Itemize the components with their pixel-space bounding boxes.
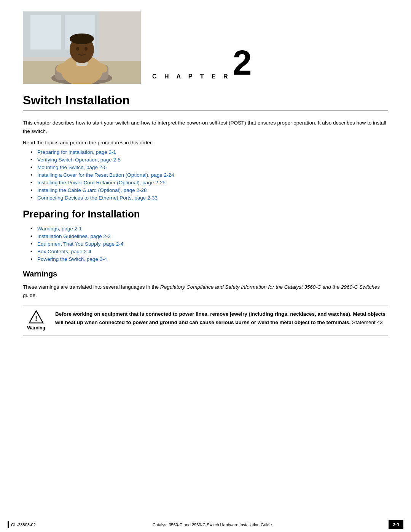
svg-point-11 <box>70 34 94 44</box>
warning-text-body: Before working on equipment that is conn… <box>55 310 388 326</box>
toc-link-7[interactable]: Connecting Devices to the Ethernet Ports… <box>37 195 158 201</box>
footer-bar-icon <box>8 521 9 528</box>
toc-link-4[interactable]: Installing a Cover for the Reset Button … <box>37 172 174 178</box>
warning-triangle-icon: ! <box>29 310 44 324</box>
footer-page-number: 2-1 <box>389 520 403 529</box>
preparing-item-2[interactable]: Installation Guidelines, page 2-3 <box>30 233 388 239</box>
chapter-header: C H A P T E R 2 <box>0 0 411 84</box>
toc-link-5[interactable]: Installing the Power Cord Retainer (Opti… <box>37 180 166 185</box>
page-container: C H A P T E R 2 Switch Installation This… <box>0 0 411 532</box>
read-topics-label: Read the topics and perform the procedur… <box>23 140 388 145</box>
preparing-link-4[interactable]: Box Contents, page 2-4 <box>37 249 91 254</box>
svg-point-12 <box>76 47 79 51</box>
preparing-item-3[interactable]: Equipment That You Supply, page 2-4 <box>30 241 388 247</box>
toc-item-4[interactable]: Installing a Cover for the Reset Button … <box>30 172 388 178</box>
toc-item-1[interactable]: Preparing for Installation, page 2-1 <box>30 149 388 155</box>
chapter-label-area: C H A P T E R 2 <box>152 46 252 84</box>
preparing-list: Warnings, page 2-1 Installation Guidelin… <box>23 226 388 262</box>
warning-bold-text: Before working on equipment that is conn… <box>55 311 386 325</box>
intro-paragraph-1: This chapter describes how to start your… <box>23 119 388 135</box>
preparing-link-1[interactable]: Warnings, page 2-1 <box>37 226 82 232</box>
preparing-section-heading: Preparing for Installation <box>23 208 388 220</box>
warning-section: These warnings are translated into sever… <box>23 283 388 335</box>
toc-item-6[interactable]: Installing the Cable Guard (Optional), p… <box>30 187 388 193</box>
toc-item-2[interactable]: Verifying Switch Operation, page 2-5 <box>30 157 388 163</box>
toc-item-3[interactable]: Mounting the Switch, page 2-5 <box>30 165 388 170</box>
warning-icon-area: ! Warning <box>23 310 49 331</box>
preparing-link-2[interactable]: Installation Guidelines, page 2-3 <box>37 233 111 239</box>
chapter-number: 2 <box>233 46 252 80</box>
title-divider <box>23 110 388 111</box>
warnings-heading: Warnings <box>23 270 388 278</box>
toc-item-7[interactable]: Connecting Devices to the Ethernet Ports… <box>30 195 388 201</box>
preparing-link-3[interactable]: Equipment That You Supply, page 2-4 <box>37 241 123 247</box>
preparing-link-5[interactable]: Powering the Switch, page 2-4 <box>37 256 107 262</box>
svg-rect-2 <box>30 15 61 50</box>
content-area: This chapter describes how to start your… <box>0 119 411 335</box>
preparing-item-4[interactable]: Box Contents, page 2-4 <box>30 249 388 254</box>
toc-link-3[interactable]: Mounting the Switch, page 2-5 <box>37 165 107 170</box>
toc-item-5[interactable]: Installing the Power Cord Retainer (Opti… <box>30 180 388 185</box>
page-title-section: Switch Installation <box>0 88 411 111</box>
warning-label: Warning <box>27 325 45 331</box>
preparing-item-5[interactable]: Powering the Switch, page 2-4 <box>30 256 388 262</box>
footer-title: Catalyst 3560-C and 2960-C Switch Hardwa… <box>153 522 272 527</box>
chapter-image <box>23 11 141 84</box>
svg-point-13 <box>84 47 88 51</box>
footer-doc-number: OL-23803-02 <box>11 522 36 527</box>
warning-intro-text: These warnings are translated into sever… <box>23 283 388 299</box>
svg-text:!: ! <box>35 314 38 323</box>
page-footer: OL-23803-02 Catalyst 3560-C and 2960-C S… <box>0 517 411 532</box>
toc-link-2[interactable]: Verifying Switch Operation, page 2-5 <box>37 157 121 163</box>
footer-left: OL-23803-02 <box>8 521 36 528</box>
toc-link-6[interactable]: Installing the Cable Guard (Optional), p… <box>37 187 147 193</box>
toc-list: Preparing for Installation, page 2-1 Ver… <box>23 149 388 201</box>
preparing-item-1[interactable]: Warnings, page 2-1 <box>30 226 388 232</box>
warning-box: ! Warning Before working on equipment th… <box>23 305 388 335</box>
toc-link-1[interactable]: Preparing for Installation, page 2-1 <box>37 149 116 155</box>
page-title: Switch Installation <box>23 93 388 107</box>
warning-statement: Statement 43 <box>352 320 382 325</box>
chapter-label: C H A P T E R <box>152 73 231 80</box>
